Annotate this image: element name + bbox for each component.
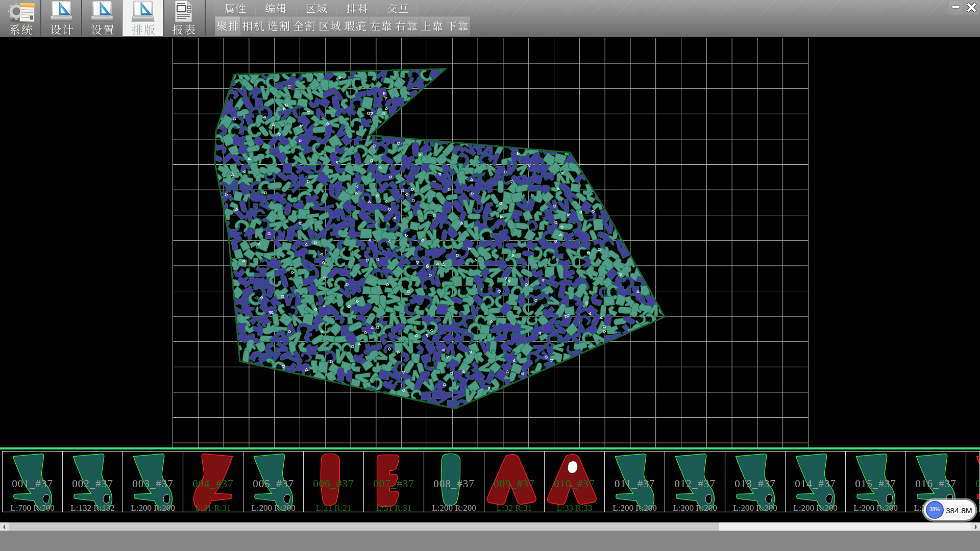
svg-text:006_#37: 006_#37 bbox=[313, 478, 354, 490]
svg-text:016_#37: 016_#37 bbox=[915, 478, 957, 490]
svg-text:L:200 R:200: L:200 R:200 bbox=[793, 503, 837, 513]
svg-text:005_#37: 005_#37 bbox=[253, 478, 294, 490]
svg-text:L:21 R:21: L:21 R:21 bbox=[316, 503, 351, 513]
svg-text:015_#37: 015_#37 bbox=[855, 478, 896, 490]
svg-text:L:200 R:200: L:200 R:200 bbox=[733, 503, 777, 513]
svg-text:017_#37: 017_#37 bbox=[975, 478, 980, 490]
svg-text:L:200 R:200: L:200 R:200 bbox=[612, 503, 656, 513]
svg-text:L:200 R:200: L:200 R:200 bbox=[853, 503, 897, 513]
svg-text:011_#37: 011_#37 bbox=[615, 478, 655, 490]
svg-text:010_#37: 010_#37 bbox=[554, 478, 595, 490]
svg-text:012_#37: 012_#37 bbox=[674, 478, 716, 490]
svg-text:009_#37: 009_#37 bbox=[494, 478, 535, 490]
svg-text:L:32 R:31: L:32 R:31 bbox=[497, 503, 532, 513]
svg-text:004_#37: 004_#37 bbox=[192, 478, 234, 490]
svg-text:L:700 R:700: L:700 R:700 bbox=[10, 503, 54, 513]
svg-text:L:31 R:31: L:31 R:31 bbox=[195, 503, 231, 513]
svg-text:003_#37: 003_#37 bbox=[132, 478, 174, 490]
svg-text:L:132 R:132: L:132 R:132 bbox=[70, 503, 114, 513]
svg-text:001_#37: 001_#37 bbox=[12, 478, 53, 490]
svg-text:014_#37: 014_#37 bbox=[795, 478, 836, 490]
svg-text:L:33 R:33: L:33 R:33 bbox=[557, 503, 592, 513]
svg-text:L:200 R:200: L:200 R:200 bbox=[251, 503, 295, 513]
svg-text:L:200 R:200: L:200 R:200 bbox=[131, 503, 175, 513]
svg-text:L:31 R:31: L:31 R:31 bbox=[376, 503, 411, 513]
svg-text:002_#37: 002_#37 bbox=[72, 478, 113, 490]
svg-text:L:200 R:200: L:200 R:200 bbox=[432, 503, 476, 513]
svg-text:007_#37: 007_#37 bbox=[373, 478, 414, 490]
svg-text:013_#37: 013_#37 bbox=[734, 478, 776, 490]
svg-text:L:200 R:200: L:200 R:200 bbox=[673, 503, 717, 513]
svg-text:008_#37: 008_#37 bbox=[433, 478, 475, 490]
